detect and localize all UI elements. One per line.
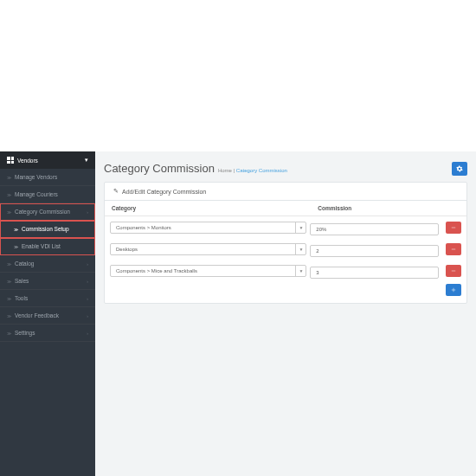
add-row-button[interactable] xyxy=(446,284,461,296)
chevron-right-icon: ≫ xyxy=(7,209,11,215)
table-row: Desktops▼ xyxy=(105,238,466,260)
minus-icon xyxy=(451,268,456,273)
gear-icon xyxy=(456,165,463,172)
chevron-right-icon: ≫ xyxy=(7,175,11,180)
sidebar-item[interactable]: ≫Manage Couriers xyxy=(0,186,95,203)
chevron-down-icon: ▾ xyxy=(85,157,88,164)
chevron-right-icon: › xyxy=(87,261,88,267)
panel: ✎ Add/Edit Category Commission Category … xyxy=(104,182,467,304)
chevron-right-icon: ≫ xyxy=(7,331,11,336)
th-category: Category xyxy=(105,201,311,216)
chevron-right-icon: › xyxy=(87,279,88,284)
sidebar-header[interactable]: Vendors ▾ xyxy=(0,151,95,169)
sidebar-item[interactable]: ≫Tools› xyxy=(0,290,95,307)
category-select[interactable]: Desktops▼ xyxy=(110,243,306,255)
th-action xyxy=(441,201,466,216)
category-value: Desktops xyxy=(116,247,138,252)
category-value: Components > Monitors xyxy=(116,225,171,230)
th-commission: Commission xyxy=(311,201,441,216)
sidebar-item[interactable]: ≫Settings› xyxy=(0,325,95,342)
table-header: Category Commission xyxy=(105,201,466,216)
chevron-right-icon: › xyxy=(87,331,88,336)
table-row: Components > Monitors▼ xyxy=(105,216,466,238)
title-row: Category Commission Home | Category Comm… xyxy=(104,162,467,175)
sidebar-item[interactable]: ≫Category Commission› xyxy=(0,203,95,221)
chevron-right-icon: ≫ xyxy=(7,313,11,318)
sidebar-item-label: Settings xyxy=(15,330,35,336)
chevron-right-icon: › xyxy=(87,296,88,301)
remove-row-button[interactable] xyxy=(446,265,461,277)
sidebar-header-label: Vendors xyxy=(17,158,38,164)
sidebar-item-label: Catalog xyxy=(15,261,34,267)
chevron-right-icon: ≫ xyxy=(7,296,11,301)
remove-row-button[interactable] xyxy=(446,222,461,234)
commission-input[interactable] xyxy=(310,223,439,235)
pencil-icon: ✎ xyxy=(113,188,119,195)
sidebar-item[interactable]: ≫Catalog› xyxy=(0,255,95,273)
sidebar: Vendors ▾ ≫Manage Vendors≫Manage Courier… xyxy=(0,151,95,476)
sidebar-subitem-label: Enable VDI List xyxy=(22,243,61,249)
sidebar-item-label: Manage Vendors xyxy=(15,174,57,180)
grid-icon xyxy=(7,157,14,164)
chevron-right-icon: ≫ xyxy=(7,279,11,284)
category-select[interactable]: Components > Monitors▼ xyxy=(110,222,306,234)
commission-input[interactable] xyxy=(310,267,439,279)
main-content: Category Commission Home | Category Comm… xyxy=(95,151,476,476)
sidebar-item-label: Vendor Feedback xyxy=(15,312,59,318)
caret-down-icon: ▼ xyxy=(295,222,306,233)
table-row: Components > Mice and Trackballs▼ xyxy=(105,260,466,281)
sidebar-item[interactable]: ≫Sales› xyxy=(0,273,95,290)
sidebar-subitem[interactable]: ≫Commission Setup xyxy=(0,221,95,238)
sidebar-subitem-label: Commission Setup xyxy=(22,226,69,232)
caret-down-icon: ▼ xyxy=(295,244,306,254)
chevron-right-icon: ≫ xyxy=(14,244,18,249)
panel-heading: ✎ Add/Edit Category Commission xyxy=(105,183,466,201)
chevron-right-icon: › xyxy=(87,209,88,215)
chevron-right-icon: ≫ xyxy=(7,192,11,197)
panel-heading-text: Add/Edit Category Commission xyxy=(122,189,206,195)
sidebar-item-label: Sales xyxy=(15,278,29,284)
sidebar-item[interactable]: ≫Manage Vendors xyxy=(0,169,95,186)
category-value: Components > Mice and Trackballs xyxy=(116,268,197,273)
plus-icon xyxy=(451,287,456,293)
sidebar-subitem[interactable]: ≫Enable VDI List xyxy=(0,238,95,255)
minus-icon xyxy=(451,225,456,230)
crumb-current[interactable]: Category Commission xyxy=(236,168,287,173)
settings-button[interactable] xyxy=(452,162,467,176)
chevron-right-icon: › xyxy=(87,313,88,318)
page-title: Category Commission xyxy=(104,162,215,175)
sidebar-item-label: Category Commission xyxy=(15,209,70,215)
category-select[interactable]: Components > Mice and Trackballs▼ xyxy=(110,265,306,277)
sidebar-item-label: Manage Couriers xyxy=(15,191,58,197)
sidebar-item[interactable]: ≫Vendor Feedback› xyxy=(0,307,95,325)
crumb-home[interactable]: Home xyxy=(218,168,232,173)
minus-icon xyxy=(451,247,456,252)
caret-down-icon: ▼ xyxy=(295,266,306,276)
chevron-right-icon: ≫ xyxy=(7,261,11,267)
sidebar-item-label: Tools xyxy=(15,295,28,301)
breadcrumb: Home | Category Commission xyxy=(218,168,287,173)
chevron-right-icon: ≫ xyxy=(14,227,18,232)
commission-input[interactable] xyxy=(310,245,439,257)
remove-row-button[interactable] xyxy=(446,243,461,255)
